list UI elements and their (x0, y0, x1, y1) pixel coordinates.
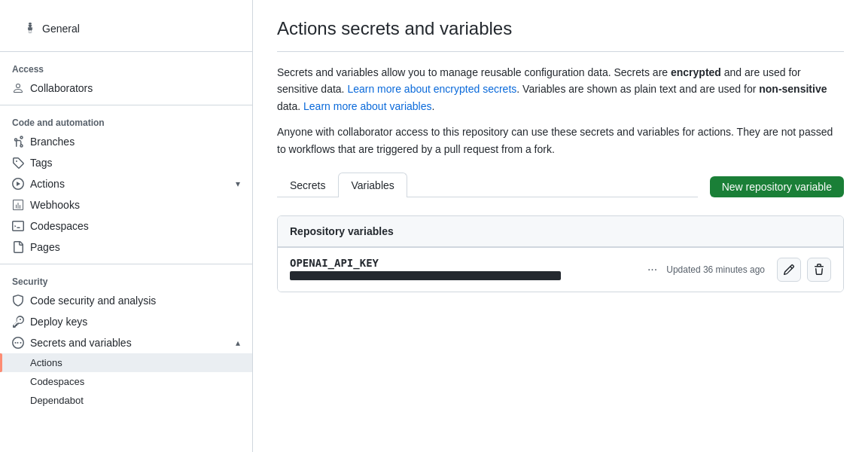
trash-icon (813, 264, 825, 276)
key-icon (12, 316, 24, 328)
ellipsis-button[interactable]: ··· (644, 261, 660, 278)
variable-value-bar (290, 271, 561, 280)
description-encrypted: encrypted (671, 66, 721, 78)
sidebar-item-tags[interactable]: Tags (0, 152, 252, 173)
active-indicator (0, 353, 2, 372)
sidebar-subitem-dependabot-label: Dependabot (30, 395, 84, 406)
divider-1 (0, 51, 252, 52)
pages-icon (12, 241, 24, 253)
sidebar-subitem-actions-label: Actions (30, 357, 62, 368)
edit-variable-button[interactable] (777, 258, 801, 282)
sidebar-item-codespaces[interactable]: Codespaces (0, 215, 252, 237)
sidebar-collaborators-label: Collaborators (30, 82, 240, 94)
sidebar-item-actions[interactable]: Actions ▾ (0, 173, 252, 194)
sidebar-group-access: Access (0, 58, 252, 78)
variable-info: OPENAI_API_KEY (290, 257, 644, 282)
page-title: Actions secrets and variables (277, 18, 844, 52)
tabs-area: Secrets Variables (277, 173, 698, 197)
gear-icon (24, 23, 36, 35)
sidebar-item-general[interactable]: General (12, 18, 240, 39)
sidebar-branches-label: Branches (30, 136, 240, 148)
sidebar-code-security-label: Code security and analysis (30, 295, 240, 307)
sidebar-actions-label: Actions (30, 178, 230, 190)
sidebar-item-secrets-variables[interactable]: Secrets and variables ▴ (0, 332, 252, 353)
sidebar-subitem-actions[interactable]: Actions (0, 353, 252, 372)
tab-secrets[interactable]: Secrets (277, 173, 338, 197)
secret-icon (12, 337, 24, 349)
info-text: Anyone with collaborator access to this … (277, 124, 844, 157)
tag-icon (12, 157, 24, 169)
variable-meta: ··· Updated 36 minutes ago (644, 261, 765, 278)
action-buttons (777, 258, 831, 282)
main-content: Actions secrets and variables Secrets an… (253, 0, 868, 452)
sidebar-group-code-automation: Code and automation (0, 111, 252, 131)
divider-3 (0, 264, 252, 264)
pencil-icon (783, 264, 795, 276)
delete-variable-button[interactable] (807, 258, 831, 282)
sidebar-item-deploy-keys[interactable]: Deploy keys (0, 311, 252, 332)
description-part4: data. (277, 100, 303, 112)
sidebar-group-security: Security (0, 270, 252, 290)
chevron-down-icon: ▾ (236, 179, 240, 189)
tab-variables[interactable]: Variables (338, 173, 407, 197)
sidebar-item-pages[interactable]: Pages (0, 237, 252, 258)
sidebar-item-webhooks[interactable]: Webhooks (0, 194, 252, 215)
description-part3: . Variables are shown as plain text and … (516, 83, 759, 95)
divider-2 (0, 105, 252, 105)
branch-icon (12, 136, 24, 148)
new-repository-variable-button[interactable]: New repository variable (710, 176, 844, 197)
sidebar-pages-label: Pages (30, 241, 240, 253)
sidebar-webhooks-label: Webhooks (30, 199, 240, 211)
description-part1: Secrets and variables allow you to manag… (277, 66, 671, 78)
codespaces-icon (12, 220, 24, 232)
sidebar-subitem-codespaces-label: Codespaces (30, 376, 84, 387)
description: Secrets and variables allow you to manag… (277, 64, 844, 115)
play-icon (12, 178, 24, 190)
sidebar-subitem-dependabot[interactable]: Dependabot (0, 391, 252, 410)
webhook-icon (12, 199, 24, 211)
variable-updated-text: Updated 36 minutes ago (666, 264, 765, 275)
sidebar-item-branches[interactable]: Branches (0, 131, 252, 152)
description-part5: . (431, 100, 434, 112)
variables-header: Repository variables (278, 216, 843, 247)
table-row: OPENAI_API_KEY ··· Updated 36 minutes ag… (278, 247, 843, 292)
sidebar-item-code-security[interactable]: Code security and analysis (0, 290, 252, 311)
sidebar-codespaces-label: Codespaces (30, 220, 240, 232)
description-nonsensitive: non-sensitive (759, 83, 827, 95)
shield-icon (12, 295, 24, 307)
sidebar: General Access Collaborators Code and au… (0, 0, 253, 452)
variables-section: Repository variables OPENAI_API_KEY ··· … (277, 215, 844, 292)
sidebar-secrets-variables-label: Secrets and variables (30, 337, 230, 349)
sidebar-deploy-keys-label: Deploy keys (30, 316, 240, 328)
sidebar-item-collaborators[interactable]: Collaborators (0, 78, 252, 99)
chevron-up-icon: ▴ (236, 337, 240, 348)
variable-name: OPENAI_API_KEY (290, 257, 644, 269)
sidebar-subitem-codespaces[interactable]: Codespaces (0, 372, 252, 391)
sidebar-tags-label: Tags (30, 157, 240, 169)
person-icon (12, 82, 24, 94)
variable-value (290, 270, 644, 282)
link-encrypted-secrets[interactable]: Learn more about encrypted secrets (347, 83, 516, 95)
link-variables[interactable]: Learn more about variables (303, 100, 431, 112)
sidebar-general-label: General (42, 23, 228, 35)
